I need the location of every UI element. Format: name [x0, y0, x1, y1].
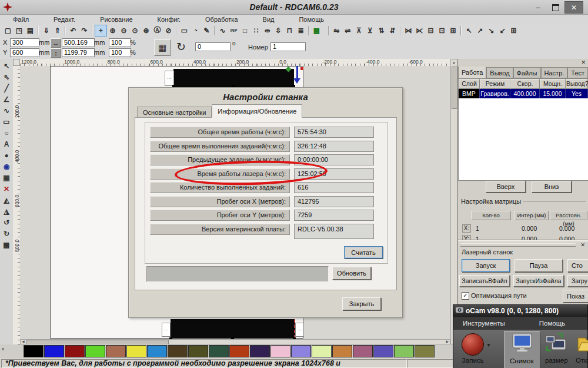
anchor-grid-button[interactable]: ▦ [154, 39, 171, 56]
flip-up-icon[interactable]: ⊼ [353, 25, 365, 36]
rectangle-tool-icon[interactable]: ▭ [1, 116, 12, 127]
tab-files[interactable]: Файлы [513, 67, 541, 78]
palette-close-icon[interactable]: x [2, 346, 4, 352]
record-icon[interactable] [462, 333, 484, 356]
run-from-file-button[interactable]: ЗапускИзФайла [513, 275, 564, 287]
panel-grip[interactable] [460, 243, 576, 247]
col-speed[interactable]: Скор. [510, 79, 540, 89]
matrix-x-count[interactable]: 1 [476, 225, 479, 232]
new-file-icon[interactable]: ▢ [2, 25, 14, 36]
same-size-icon[interactable]: ⊞ [447, 25, 459, 36]
color-swatch[interactable] [209, 345, 229, 357]
scale-x-input[interactable] [109, 38, 131, 47]
point-tool-icon[interactable]: ● [1, 150, 12, 161]
horizontal-scrollbar[interactable]: ◀ ▶ [20, 339, 450, 344]
vertical-scrollbar[interactable]: ▲ ▼ [450, 59, 457, 344]
read-button[interactable]: Считать [344, 246, 383, 258]
open-folder-icon[interactable] [577, 333, 588, 357]
ocam-menu-help[interactable]: Помощь [539, 320, 565, 327]
line-tool-icon[interactable]: ╱ [1, 82, 12, 94]
show-button[interactable]: Показ [563, 290, 588, 303]
tab-basic-settings[interactable]: Основные настройки [137, 107, 212, 118]
output-icon[interactable]: ▩ [311, 25, 322, 36]
matrix-col-count[interactable]: Кол-во [471, 211, 511, 220]
color-swatch[interactable] [291, 345, 311, 357]
angle-input[interactable] [195, 42, 230, 51]
zoom-select-icon[interactable]: ⊘ [163, 25, 174, 36]
minimize-button[interactable]: – [529, 2, 547, 13]
record-dropdown-icon[interactable]: ▼ [486, 343, 491, 348]
tab-output[interactable]: Вывод [486, 67, 513, 78]
node-edit-icon[interactable]: ∷ [250, 25, 262, 36]
scroll-left-icon[interactable]: ◀ [22, 340, 25, 344]
inp-icon[interactable]: INP [228, 25, 239, 36]
panel-close-icon[interactable]: ✕ [581, 59, 586, 65]
compress-v-icon[interactable]: ⋉ [414, 25, 425, 36]
redo-icon[interactable]: ↷ [79, 25, 90, 36]
save-file-icon[interactable]: ▤ [25, 25, 36, 36]
tab-test[interactable]: Тест [567, 67, 588, 78]
mirror-horizontal-tool-icon[interactable]: ◮ [1, 205, 12, 217]
scroll-thumb[interactable] [452, 67, 457, 109]
y-input[interactable] [10, 48, 39, 57]
curve-tool-icon[interactable]: ∿ [1, 105, 12, 116]
color-swatch[interactable] [65, 345, 85, 357]
tab-info-update[interactable]: Информация/Обновление [212, 104, 302, 118]
align-top-right-icon[interactable]: ↗ [475, 25, 486, 36]
color-swatch[interactable] [24, 345, 44, 357]
layer-color-cell[interactable]: BMP [459, 89, 480, 98]
dialog-close-button[interactable]: Закрыть [342, 297, 381, 310]
col-power[interactable]: Мощн. [540, 79, 566, 89]
color-swatch[interactable] [353, 345, 373, 357]
color-swatch[interactable] [126, 345, 146, 357]
load-button[interactable]: Загру [567, 275, 588, 287]
ocam-title-bar[interactable]: oCam v98.0 (0, 0, 1280, 800) [453, 305, 587, 317]
align-bottom-right-icon[interactable]: ↘ [486, 25, 497, 36]
start-button[interactable]: Запуск [462, 259, 510, 272]
h-distribute-icon[interactable]: ⇹ [262, 25, 273, 36]
export-icon[interactable]: ⇑ [52, 25, 63, 36]
menu-draw[interactable]: Рисование [100, 16, 132, 23]
save-to-file-button[interactable]: ЗаписатьВФайл [459, 275, 510, 287]
bitmap-tool-icon[interactable]: ▦ [1, 172, 12, 183]
align-center-icon[interactable]: ⊞ [508, 25, 519, 36]
stop-button[interactable]: Сто [567, 259, 588, 272]
mirror-right-icon[interactable]: ⇌ [342, 25, 353, 36]
text-tool-icon[interactable]: A [1, 138, 12, 150]
laser-panel-close-icon[interactable]: ✕ [580, 242, 585, 248]
menu-edit[interactable]: Редакт. [54, 16, 75, 23]
color-swatch[interactable] [312, 345, 332, 357]
col-mode[interactable]: Режим [480, 79, 510, 89]
color-swatch[interactable] [106, 345, 126, 357]
pan-icon[interactable]: + [95, 25, 107, 37]
curve-icon[interactable]: ∿ [217, 25, 228, 36]
select-tool-icon[interactable]: ↖ [1, 60, 12, 71]
zoom-prev-icon[interactable]: ⊙ [129, 25, 141, 36]
rotate-cw-tool-icon[interactable]: ↻ [1, 228, 12, 239]
node-tool-icon[interactable]: ⇖ [1, 71, 12, 82]
undo-icon[interactable]: ↶ [68, 25, 79, 36]
v-distribute-icon[interactable]: ⇳ [273, 25, 284, 36]
matrix-col-interval[interactable]: Интер.(мм) [514, 211, 549, 220]
polyline-tool-icon[interactable]: ∠ [1, 94, 12, 105]
zoom-in-icon[interactable]: ⊕ [107, 25, 118, 36]
scale-y-input[interactable] [109, 48, 131, 57]
x-input[interactable] [10, 38, 39, 47]
array-tool-icon[interactable]: ▩ [1, 239, 12, 250]
align-top-left-icon[interactable]: ↖ [463, 25, 475, 36]
color-swatch[interactable] [415, 345, 435, 357]
number-input[interactable] [270, 42, 306, 51]
color-swatch[interactable] [373, 345, 393, 357]
open-file-icon[interactable]: ◳ [14, 25, 25, 36]
layer-power-cell[interactable]: 15.000 [540, 89, 566, 98]
select-rect-icon[interactable]: ▭ [179, 25, 190, 36]
scroll-up-icon[interactable]: ▲ [452, 61, 456, 65]
layer-mode-cell[interactable]: Гравиров. [480, 89, 510, 98]
width-input[interactable] [62, 38, 95, 47]
matrix-x-interval[interactable]: 0.000 [522, 225, 537, 232]
group-icon[interactable]: ⊓ [284, 25, 295, 36]
engraving-object-top[interactable] [173, 69, 294, 87]
flip-down-icon[interactable]: ⊻ [365, 25, 376, 36]
path-optimize-checkbox[interactable]: ✓ [462, 292, 469, 300]
compress-h-icon[interactable]: ⋈ [403, 25, 414, 36]
